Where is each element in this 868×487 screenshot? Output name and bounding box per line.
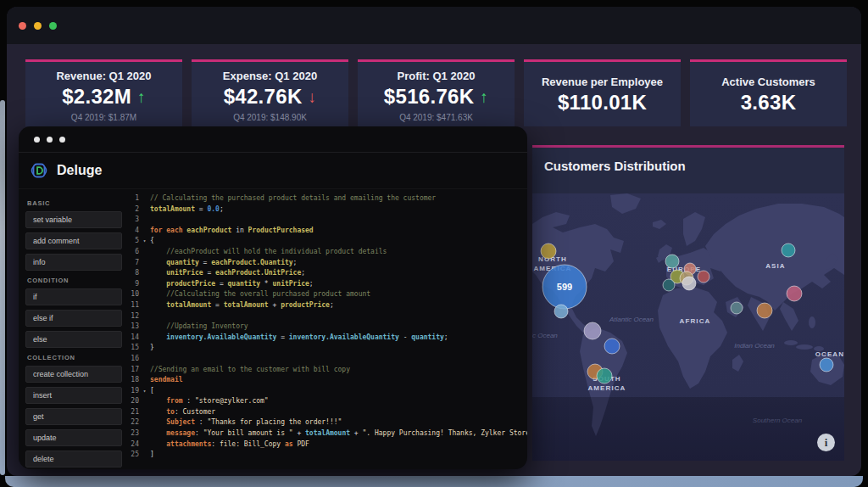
sidebar-item-else-if[interactable]: else if	[25, 310, 122, 327]
map-bubble-argentina-east[interactable]	[597, 368, 612, 383]
fold-arrow-icon[interactable]: ▾	[139, 386, 150, 397]
code-tokens: to: Customer	[150, 407, 215, 418]
sidebar-section-condition: CONDITION	[27, 277, 122, 284]
map-bubble-india[interactable]	[757, 303, 772, 318]
kpi-card-2: Expense: Q1 2020$42.76K↓Q4 2019: $148.90…	[192, 59, 348, 126]
info-icon[interactable]: i	[817, 434, 835, 451]
code-tokens: //eachProduct will hold the individual p…	[150, 247, 387, 258]
fold-spacer	[139, 365, 150, 376]
deluge-braces-icon	[30, 161, 48, 180]
deluge-editor-window: Deluge BASICset variableadd commentinfoC…	[19, 126, 527, 469]
sidebar-item-get[interactable]: get	[25, 408, 122, 425]
background-window-left-edge	[0, 100, 5, 475]
map-bubble-colombia[interactable]	[584, 322, 601, 339]
line-number: 18	[122, 375, 139, 386]
code-line: 22 Subject : "Thanks for placing the ord…	[122, 417, 527, 428]
sidebar-item-else[interactable]: else	[25, 331, 122, 348]
ocean-label: Indian Ocean	[734, 342, 775, 350]
kpi-value-text: $110.01K	[558, 91, 647, 115]
fold-spacer	[139, 343, 150, 354]
code-tokens: quantity = eachProduct.Quantity;	[150, 258, 297, 269]
map-bubble-spain[interactable]	[663, 279, 675, 291]
line-number: 14	[122, 333, 139, 344]
line-number: 21	[122, 407, 139, 418]
map-bubble-china[interactable]	[787, 286, 802, 301]
kpi-title: Active Customers	[721, 76, 815, 88]
sidebar-item-insert[interactable]: insert	[25, 387, 122, 404]
code-tokens: inventory.AvailableQuantity = inventory.…	[150, 333, 448, 344]
editor-header: Deluge	[19, 153, 527, 189]
map-bubble-australia[interactable]	[820, 358, 833, 372]
fold-arrow-icon[interactable]: ▾	[139, 236, 150, 247]
kpi-title: Revenue per Employee	[542, 76, 663, 88]
fold-spacer	[139, 311, 150, 322]
editor-window-dot-icon[interactable]	[59, 137, 65, 143]
map-bubble-middle-east[interactable]	[731, 302, 743, 314]
fold-spacer	[139, 354, 150, 365]
fold-spacer	[139, 193, 150, 204]
code-tokens: message: "Your bill amount is " + totalA…	[150, 428, 527, 439]
code-line: 23 message: "Your bill amount is " + tot…	[122, 428, 527, 439]
line-number: 4	[122, 226, 139, 237]
code-line: 21 to: Customer	[122, 407, 527, 418]
code-line: 19▾[	[122, 386, 527, 397]
code-line: 1// Calculating the purchased product de…	[122, 193, 527, 204]
editor-window-dot-icon[interactable]	[34, 137, 40, 143]
editor-body: BASICset variableadd commentinfoCONDITIO…	[19, 189, 527, 469]
code-line: 15}	[122, 343, 527, 354]
kpi-card-5: Active Customers3.63K	[690, 59, 847, 126]
map-bubble-brazil[interactable]	[604, 339, 620, 354]
code-line: 2totalAmount = 0.0;	[122, 204, 527, 216]
fold-spacer	[139, 407, 150, 418]
map-bubble-uk[interactable]	[665, 255, 679, 268]
line-number: 22	[122, 417, 139, 428]
code-tokens: //Updating Inventory	[150, 322, 248, 333]
line-number: 23	[122, 428, 139, 439]
sidebar-item-add-comment[interactable]: add comment	[25, 232, 122, 249]
map-bubble-east-europe[interactable]	[698, 271, 709, 283]
code-line: 9 productPrice = quantity * unitPrice;	[122, 279, 527, 290]
code-line: 13 //Updating Inventory	[122, 322, 527, 333]
panel-title: Customers Distribution	[544, 159, 844, 173]
fold-spacer	[139, 215, 150, 226]
kpi-card-4: Revenue per Employee$110.01K	[524, 59, 681, 126]
code-tokens: //Calculating the overall purchased prod…	[150, 289, 370, 300]
kpi-row: Revenue: Q1 2020$2.32M↑Q4 2019: $1.87MEx…	[25, 59, 847, 126]
code-area[interactable]: 1// Calculating the purchased product de…	[122, 189, 527, 469]
minimize-window-icon[interactable]	[34, 22, 42, 30]
kpi-value: $516.76K↑	[384, 85, 488, 109]
kpi-value-text: $2.32M	[62, 85, 131, 109]
fold-spacer	[139, 226, 150, 237]
code-line: 12	[122, 311, 527, 322]
continent-label-asia: ASIA	[765, 262, 786, 270]
sidebar-item-info[interactable]: info	[25, 254, 122, 271]
world-map[interactable]: NORTHAMERICAEUROPEASIAAFRICASOUTHAMERICA…	[532, 193, 844, 461]
kpi-value: $2.32M↑	[62, 85, 146, 109]
map-bubble-mongolia[interactable]	[782, 244, 795, 257]
fold-spacer	[139, 300, 150, 311]
fold-spacer	[139, 396, 150, 407]
close-window-icon[interactable]	[19, 22, 26, 30]
code-line: 8 unitPrice = eachProduct.UnitPrice;	[122, 268, 527, 279]
map-bubble-italy[interactable]	[682, 277, 696, 290]
dashboard-titlebar	[7, 7, 861, 44]
line-number: 5	[122, 236, 139, 247]
code-line: 5▾{	[122, 236, 527, 247]
sidebar-item-delete[interactable]: delete	[25, 451, 122, 467]
line-number: 13	[122, 322, 139, 333]
kpi-comparison: Q4 2019: $1.87M	[71, 113, 136, 122]
map-bubble-mexico[interactable]	[554, 305, 568, 318]
code-line: 6 //eachProduct will hold the individual…	[122, 247, 527, 258]
sidebar-item-create-collection[interactable]: create collection	[25, 366, 122, 383]
map-bubble-canada-west[interactable]	[541, 244, 556, 259]
sidebar-item-if[interactable]: if	[25, 288, 122, 305]
kpi-comparison: Q4 2019: $471.63K	[399, 113, 473, 122]
sidebar-item-update[interactable]: update	[25, 429, 122, 446]
fold-spacer	[139, 428, 150, 439]
code-tokens: // Calculating the purchased product det…	[150, 193, 436, 204]
maximize-window-icon[interactable]	[49, 22, 57, 30]
sidebar-item-set-variable[interactable]: set variable	[25, 211, 122, 228]
fold-spacer	[139, 439, 150, 451]
ocean-label: ic Ocean	[532, 332, 558, 339]
editor-window-dot-icon[interactable]	[47, 137, 53, 143]
